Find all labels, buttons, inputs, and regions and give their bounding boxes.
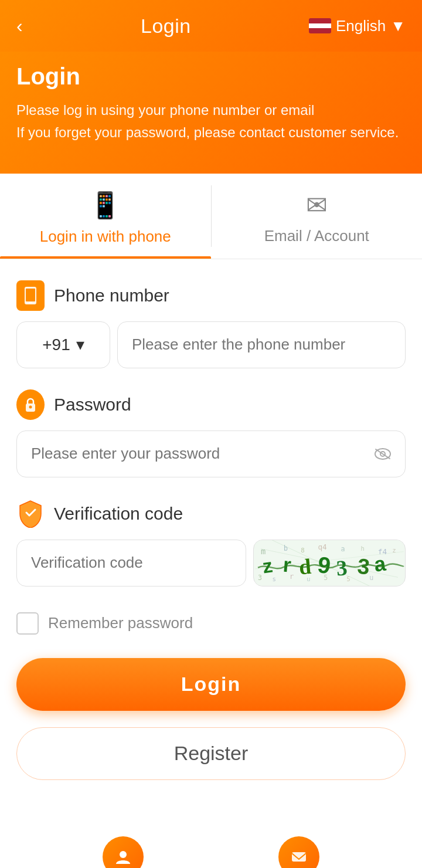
- svg-line-7: [376, 449, 390, 459]
- bottom-icon-left[interactable]: [103, 836, 144, 868]
- svg-text:m: m: [261, 547, 266, 556]
- tab-phone-label: Login in with phone: [40, 228, 171, 246]
- svg-rect-35: [292, 852, 306, 862]
- svg-text:u: u: [369, 574, 373, 582]
- country-code-value: +91: [42, 335, 70, 354]
- phone-label: Phone number: [54, 286, 169, 306]
- svg-text:h: h: [361, 544, 365, 552]
- password-label-row: Password: [16, 389, 406, 420]
- remember-label: Remember password: [48, 614, 193, 632]
- bottom-icons: [0, 825, 422, 868]
- tab-phone[interactable]: 📱 Login in with phone: [0, 174, 211, 259]
- svg-text:3: 3: [335, 555, 348, 580]
- lock-icon: [16, 389, 45, 420]
- svg-text:a: a: [341, 545, 345, 553]
- eye-toggle-icon[interactable]: [374, 444, 392, 464]
- header: ‹ Login English ▼: [0, 0, 422, 52]
- tabs-container: 📱 Login in with phone ✉ Email / Account: [0, 174, 422, 259]
- verification-code-input[interactable]: [16, 540, 246, 586]
- password-input-wrapper: [16, 430, 406, 477]
- phone-tab-icon: 📱: [89, 190, 121, 221]
- svg-text:b: b: [284, 544, 288, 552]
- svg-text:z: z: [392, 547, 396, 554]
- hero-subtitle: Please log in using your phone number or…: [16, 99, 406, 144]
- flag-icon: [309, 18, 331, 33]
- svg-rect-2: [29, 302, 32, 303]
- remember-checkbox[interactable]: [16, 612, 39, 635]
- phone-input-row: +91 ▾: [16, 321, 406, 368]
- svg-point-34: [120, 851, 127, 858]
- password-label: Password: [54, 395, 131, 415]
- language-label: English: [336, 17, 386, 35]
- captcha-image[interactable]: m b 8 q4 a h f4 z 3 s r u 5 5 u: [253, 540, 406, 586]
- hero-section: Login Please log in using your phone num…: [0, 52, 422, 174]
- back-button[interactable]: ‹: [16, 16, 23, 35]
- svg-text:8: 8: [301, 547, 304, 554]
- svg-text:3: 3: [258, 574, 262, 582]
- tab-email[interactable]: ✉ Email / Account: [212, 174, 423, 259]
- bottom-icon-right[interactable]: [278, 836, 319, 868]
- dropdown-arrow-icon: ▾: [76, 335, 84, 354]
- svg-point-4: [29, 405, 32, 408]
- phone-field-section: Phone number +91 ▾: [16, 280, 406, 368]
- phone-icon: [16, 280, 45, 311]
- verification-label-row: Verification code: [16, 499, 406, 529]
- verification-label: Verification code: [54, 504, 183, 524]
- svg-rect-1: [26, 289, 35, 301]
- svg-text:s: s: [273, 575, 276, 583]
- verification-field-section: Verification code m b 8 q4 a h: [16, 499, 406, 586]
- tab-email-label: Email / Account: [264, 227, 369, 245]
- header-title: Login: [141, 15, 191, 38]
- country-code-selector[interactable]: +91 ▾: [16, 321, 110, 368]
- password-field-section: Password: [16, 389, 406, 477]
- email-tab-icon: ✉: [306, 190, 328, 220]
- form-area: Phone number +91 ▾ Password: [0, 259, 422, 825]
- language-selector[interactable]: English ▼: [309, 17, 406, 35]
- password-input[interactable]: [16, 430, 406, 477]
- phone-label-row: Phone number: [16, 280, 406, 311]
- register-button[interactable]: Register: [16, 727, 406, 780]
- svg-text:q4: q4: [318, 542, 328, 551]
- remember-password-row: Remember password: [16, 608, 406, 635]
- shield-icon: [16, 499, 45, 529]
- phone-number-input[interactable]: [117, 321, 406, 368]
- chevron-down-icon: ▼: [390, 17, 406, 35]
- hero-title: Login: [16, 63, 406, 90]
- login-button[interactable]: Login: [16, 658, 406, 711]
- verification-row: m b 8 q4 a h f4 z 3 s r u 5 5 u: [16, 540, 406, 586]
